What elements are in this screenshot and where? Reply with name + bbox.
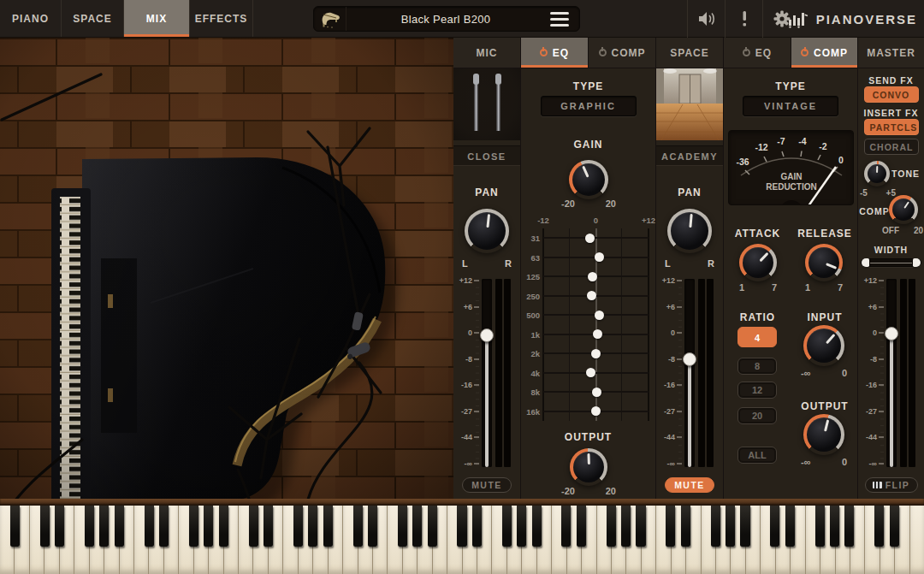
eq-band-row[interactable]: 250 [543, 287, 649, 306]
width-slider[interactable] [861, 258, 921, 267]
piano-key-black[interactable] [428, 506, 437, 547]
piano-key-black[interactable] [830, 506, 839, 547]
eq-band-row[interactable]: 4k [543, 364, 649, 383]
master-comp-knob[interactable] [889, 195, 918, 224]
section-tab-comp[interactable]: COMP [588, 38, 655, 68]
section-tab-mic[interactable]: MIC [453, 38, 520, 68]
section-tab-eq[interactable]: EQ [520, 38, 588, 68]
section-tab-space[interactable]: SPACE [655, 38, 723, 68]
piano-key-black[interactable] [577, 506, 586, 547]
ratio-all-button[interactable]: ALL [737, 447, 777, 464]
piano-key-black[interactable] [293, 506, 303, 547]
tab-piano[interactable]: PIANO [0, 0, 62, 37]
piano-key-black[interactable] [323, 506, 333, 547]
convo-button[interactable]: CONVO [864, 86, 919, 103]
piano-key-black[interactable] [815, 506, 825, 547]
piano-key-black[interactable] [636, 506, 645, 547]
piano-key-black[interactable] [159, 506, 169, 547]
section-tab-master[interactable]: MASTER [857, 38, 924, 68]
piano-key-black[interactable] [890, 506, 899, 547]
eq-band-slider-dot[interactable] [585, 234, 595, 243]
ratio-8-button[interactable]: 8 [737, 358, 777, 375]
comp-output-knob[interactable] [803, 414, 844, 455]
eq-band-row[interactable]: 16k [543, 402, 649, 422]
mic-position-name[interactable]: CLOSE [453, 145, 520, 166]
eq-band-row[interactable]: 500 [543, 305, 649, 325]
comp-input-knob[interactable] [803, 325, 844, 366]
mic-mute-button[interactable]: MUTE [462, 477, 512, 493]
piano-key-black[interactable] [85, 506, 94, 547]
power-icon[interactable] [801, 49, 808, 56]
ratio-20-button[interactable]: 20 [737, 407, 777, 424]
piano-key-black[interactable] [115, 506, 124, 547]
piano-key-black[interactable] [353, 506, 363, 547]
mic-pan-knob[interactable] [465, 209, 509, 253]
piano-key-black[interactable] [457, 506, 466, 547]
piano-key-black[interactable] [10, 506, 20, 547]
piano-key-black[interactable] [726, 506, 735, 547]
piano-key-black[interactable] [607, 506, 616, 547]
attack-knob[interactable] [739, 244, 777, 281]
eq-band-row[interactable]: 63 [543, 248, 649, 268]
tab-mix[interactable]: MIX [124, 0, 190, 37]
choral-button[interactable]: CHORAL [864, 139, 919, 155]
piano-key-black[interactable] [204, 506, 213, 547]
piano-key-white[interactable] [910, 506, 924, 574]
power-icon[interactable] [540, 49, 548, 56]
tone-knob[interactable] [864, 161, 890, 186]
fader-handle[interactable] [885, 327, 898, 340]
master-fader[interactable]: +12+60-8-16-27-44-∞ [858, 274, 924, 472]
tab-effects[interactable]: EFFECTS [190, 0, 253, 37]
piano-key-black[interactable] [785, 506, 795, 547]
space-fader[interactable]: +12+60-8-16-27-44-∞ [656, 274, 723, 472]
piano-key-black[interactable] [844, 506, 854, 547]
piano-key-black[interactable] [412, 506, 422, 547]
mic-fader[interactable]: +12+60-8-16-27-44-∞ [453, 274, 520, 472]
eq-band-slider-dot[interactable] [592, 388, 601, 397]
piano-key-black[interactable] [219, 506, 228, 547]
piano-key-black[interactable] [145, 506, 154, 547]
piano-key-black[interactable] [99, 506, 109, 547]
eq-band-slider-dot[interactable] [586, 368, 595, 377]
space-mute-button[interactable]: MUTE [665, 477, 714, 493]
width-handle-right[interactable] [913, 258, 921, 267]
piano-key-black[interactable] [711, 506, 720, 547]
eq-band-slider-dot[interactable] [588, 272, 597, 281]
piano-key-black[interactable] [40, 506, 50, 547]
ratio-4-button[interactable]: 4 [737, 327, 777, 347]
eq-band-slider-dot[interactable] [591, 406, 601, 416]
section-tab-comp[interactable]: COMP [791, 38, 857, 68]
piano-key-black[interactable] [874, 506, 884, 547]
piano-key-black[interactable] [517, 506, 526, 547]
fader-handle[interactable] [683, 352, 696, 366]
piano-key-black[interactable] [249, 506, 258, 547]
space-preset-name[interactable]: ACADEMY [656, 145, 723, 166]
menu-icon[interactable] [545, 12, 579, 27]
eq-band-slider-dot[interactable] [595, 252, 604, 262]
volume-icon[interactable] [687, 0, 725, 38]
flip-button[interactable]: FLIP [865, 477, 918, 493]
release-knob[interactable] [805, 244, 843, 281]
section-tab-eq[interactable]: EQ [723, 38, 791, 68]
alert-icon[interactable] [725, 0, 762, 38]
piano-key-black[interactable] [502, 506, 512, 547]
eq-band-slider-dot[interactable] [587, 291, 596, 300]
preset-selector[interactable]: Black Pearl B200 [313, 6, 580, 32]
tab-space[interactable]: SPACE [62, 0, 124, 37]
piano-key-black[interactable] [740, 506, 749, 547]
piano-key-black[interactable] [770, 506, 779, 547]
ratio-12-button[interactable]: 12 [737, 382, 777, 399]
width-handle-left[interactable] [862, 258, 869, 267]
piano-key-black[interactable] [308, 506, 317, 547]
piano-key-black[interactable] [472, 506, 482, 547]
eq-band-row[interactable]: 125 [543, 267, 649, 287]
eq-band-row[interactable]: 31 [543, 228, 649, 248]
piano-key-black[interactable] [666, 506, 675, 547]
piano-key-black[interactable] [55, 506, 64, 547]
partcls-button[interactable]: PARTCLS [864, 119, 919, 135]
power-icon[interactable] [599, 49, 607, 56]
piano-key-black[interactable] [368, 506, 377, 547]
eq-type-button[interactable]: GRAPHIC [541, 96, 637, 116]
piano-key-black[interactable] [681, 506, 690, 547]
eq-band-slider-dot[interactable] [595, 311, 604, 320]
